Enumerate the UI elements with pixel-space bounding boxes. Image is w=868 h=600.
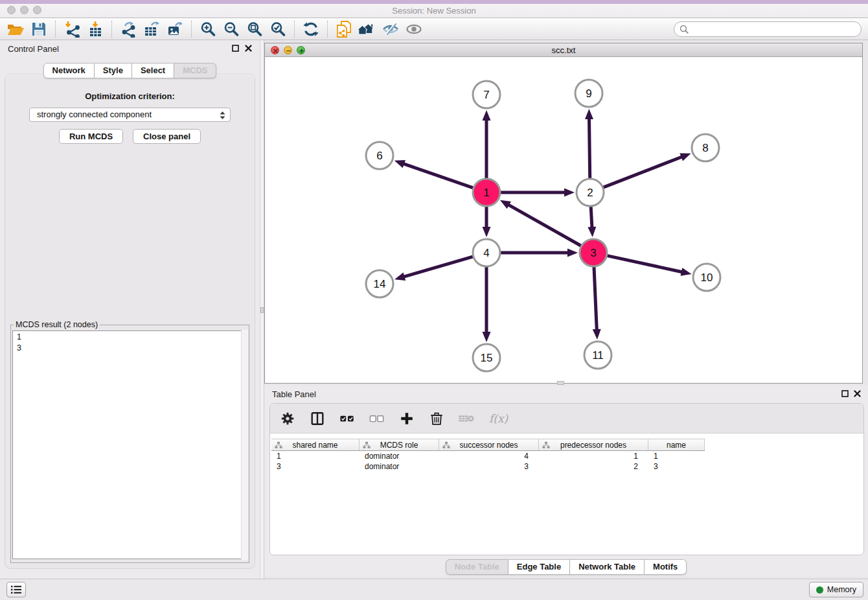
clone-network-button[interactable] <box>332 19 356 39</box>
graph-node-14[interactable]: 14 <box>366 270 393 297</box>
zoom-fit-button[interactable] <box>243 19 266 39</box>
graph-node-9[interactable]: 9 <box>575 80 602 107</box>
optimization-criterion-select[interactable]: strongly connected component <box>29 108 231 122</box>
graph-edge-3-10[interactable] <box>607 256 691 276</box>
export-table-button[interactable] <box>140 19 163 39</box>
graph-edge-4-3[interactable] <box>501 249 578 257</box>
tab-select[interactable]: Select <box>132 63 174 78</box>
export-network-button[interactable] <box>117 19 140 39</box>
graph-edge-1-2[interactable] <box>501 189 575 197</box>
table-settings-button[interactable] <box>279 410 296 427</box>
result-scrollbar[interactable] <box>241 330 248 560</box>
export-image-button[interactable] <box>163 19 187 39</box>
column-header-shared-name[interactable]: shared name <box>271 439 360 450</box>
graph-edge-4-14[interactable] <box>394 257 473 281</box>
graph-node-10[interactable]: 10 <box>693 264 720 291</box>
search-field[interactable] <box>674 21 862 37</box>
graph-edge-2-8[interactable] <box>604 153 691 187</box>
svg-text:9: 9 <box>586 87 591 100</box>
delete-table-icon <box>458 411 475 426</box>
graph-node-2[interactable]: 2 <box>577 179 604 206</box>
tab-mcds[interactable]: MCDS <box>174 63 216 78</box>
run-mcds-button[interactable]: Run MCDS <box>59 129 123 144</box>
table-panel: Table Panel <box>264 386 868 577</box>
import-table-icon <box>87 21 104 38</box>
hide-graphics-button[interactable] <box>379 19 402 39</box>
graph-node-11[interactable]: 11 <box>584 341 611 369</box>
splitter-grip[interactable] <box>260 307 264 313</box>
graph-edge-1-6[interactable] <box>394 160 474 188</box>
graph-edge-3-1[interactable] <box>500 200 581 246</box>
zoom-out-button[interactable] <box>220 19 243 39</box>
app-titlebar: Session: New Session <box>0 0 868 18</box>
show-graphics-button[interactable] <box>402 19 426 39</box>
table-row[interactable]: 3dominator323 <box>271 461 863 472</box>
open-session-button[interactable] <box>4 19 27 39</box>
graph-node-1[interactable]: 1 <box>473 179 500 206</box>
eye-slash-icon <box>382 21 400 38</box>
zoom-in-button[interactable] <box>196 19 220 39</box>
close-table-panel-icon[interactable] <box>854 390 861 397</box>
documents-share-icon <box>336 20 353 38</box>
control-panel-title: Control Panel <box>8 44 59 54</box>
zoom-selected-button[interactable] <box>266 19 290 39</box>
import-network-button[interactable] <box>60 19 84 39</box>
create-column-button[interactable] <box>398 410 415 427</box>
column-header-MCDS-role[interactable]: MCDS role <box>360 439 439 450</box>
double-home-icon <box>357 21 378 38</box>
graph-node-6[interactable]: 6 <box>366 142 393 169</box>
graph-node-8[interactable]: 8 <box>692 134 719 161</box>
delete-column-button[interactable] <box>428 410 445 427</box>
graph-edge-2-3[interactable] <box>588 207 596 237</box>
float-panel-icon[interactable] <box>232 45 239 52</box>
deselect-all-columns-button[interactable] <box>369 410 385 427</box>
table-row[interactable]: 1dominator411 <box>271 451 863 461</box>
network-graph-svg[interactable]: 7968124314101511 <box>265 57 862 383</box>
memory-button[interactable]: Memory <box>809 582 863 597</box>
save-session-button[interactable] <box>27 19 51 39</box>
close-panel-button[interactable]: Close panel <box>133 129 201 144</box>
mcds-panel-body: Optimization criterion: strongly connect… <box>5 74 255 569</box>
svg-text:6: 6 <box>376 150 382 162</box>
tab-node-table[interactable]: Node Table <box>446 559 508 575</box>
select-all-columns-button[interactable] <box>339 410 356 427</box>
table-toolbar: f(x) <box>270 404 863 433</box>
selected-option-label: strongly connected component <box>37 110 152 119</box>
graph-node-15[interactable]: 15 <box>473 344 500 371</box>
graph-node-7[interactable]: 7 <box>473 81 500 108</box>
export-network-icon <box>120 21 137 38</box>
task-history-button[interactable] <box>6 582 26 597</box>
tab-network[interactable]: Network <box>43 63 95 78</box>
tab-edge-table[interactable]: Edge Table <box>508 559 570 575</box>
tab-network-table[interactable]: Network Table <box>570 559 645 575</box>
graph-node-4[interactable]: 4 <box>473 239 500 266</box>
home-view-button[interactable] <box>356 19 379 39</box>
mcds-result-textarea[interactable]: 1 3 <box>12 330 247 559</box>
table-panel-body: f(x) shared name MCDS role successor nod… <box>269 403 864 555</box>
tab-motifs[interactable]: Motifs <box>645 559 687 575</box>
panel-splitter[interactable] <box>260 40 264 579</box>
float-table-panel-icon[interactable] <box>841 390 849 397</box>
network-canvas[interactable]: 7968124314101511 <box>265 57 862 383</box>
search-input[interactable] <box>692 24 848 35</box>
refresh-button[interactable] <box>299 19 323 39</box>
graph-edge-1-7[interactable] <box>483 110 491 178</box>
show-columns-button[interactable] <box>309 410 326 427</box>
column-header-name[interactable]: name <box>648 439 705 450</box>
graph-edge-4-15[interactable] <box>483 267 491 342</box>
plus-icon <box>399 411 415 426</box>
graph-edge-3-11[interactable] <box>593 267 601 340</box>
column-header-successor-nodes[interactable]: successor nodes <box>439 439 539 450</box>
graph-edge-2-9[interactable] <box>585 109 593 178</box>
trash-icon <box>429 411 444 426</box>
column-header-predecessor-nodes[interactable]: predecessor nodes <box>539 439 648 450</box>
tab-style[interactable]: Style <box>95 63 132 78</box>
network-view-window: scc.txt 7968124314101511 <box>264 43 863 384</box>
horizontal-splitter-grip[interactable] <box>557 381 564 385</box>
close-panel-icon[interactable] <box>245 45 252 52</box>
graph-node-3[interactable]: 3 <box>580 239 607 266</box>
import-table-button[interactable] <box>84 19 107 39</box>
zoom-fit-icon <box>246 21 263 38</box>
hierarchy-icon <box>275 441 282 449</box>
graph-edge-1-4[interactable] <box>483 207 491 237</box>
